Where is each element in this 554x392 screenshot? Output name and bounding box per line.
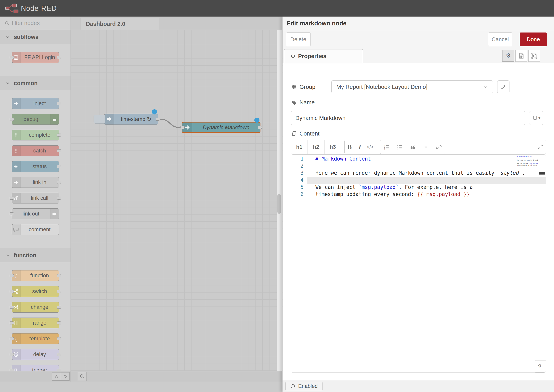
palette-node-delay[interactable]: delay [12,349,59,360]
horizontal-rule-button[interactable] [419,140,432,154]
input-port[interactable] [10,369,14,371]
canvas-scrollbar-thumb[interactable] [277,194,281,214]
palette-node-function[interactable]: ffunction [12,270,59,281]
palette-node-change[interactable]: change [12,302,59,313]
code-line[interactable]: 5We can inject `msg.payload`. For exampl… [291,184,546,191]
palette-collapse-all-button[interactable] [52,372,61,381]
delete-button[interactable]: Delete [286,33,310,46]
heading1-button[interactable]: h1 [291,140,308,154]
palette: filter nodes subflowsFF API Login common… [0,17,71,382]
palette-section-common[interactable]: common [0,76,70,90]
input-port[interactable] [10,290,14,293]
output-port[interactable] [57,196,61,200]
tab-properties[interactable]: ⚙ Properties [284,49,363,63]
flow-node-dynamic-markdown[interactable]: Dynamic Markdown [182,122,260,133]
input-port[interactable] [10,306,14,309]
input-port[interactable] [10,212,14,215]
palette-node-link-out[interactable]: link out [12,208,59,219]
canvas-search-button[interactable] [78,372,87,381]
workspace-tab-bar: Dashboard 2.0 [71,17,282,30]
svg-text:{: { [15,336,17,341]
palette-node-range[interactable]: range [12,318,59,328]
properties-icon-button[interactable]: ⚙ [502,50,514,62]
palette-node-complete[interactable]: complete [12,130,59,140]
inject-trigger-button[interactable] [94,115,105,124]
palette-node-link-call[interactable]: link call [12,193,59,203]
code-line[interactable]: 6timestamp updating every second: {{ msg… [291,191,546,198]
output-port[interactable] [57,306,61,309]
group-edit-button[interactable] [497,80,510,93]
description-icon-button[interactable] [515,50,527,62]
code-line[interactable]: 3Here we can render dynamic Markdown con… [291,170,546,177]
editor-help-button[interactable]: ? [534,360,546,372]
enabled-toggle-button[interactable]: Enabled [286,382,323,391]
code-line[interactable]: 2 [291,163,546,170]
input-port[interactable] [10,118,14,121]
node-changed-indicator [152,109,157,114]
output-port[interactable] [57,56,61,59]
appearance-icon-button[interactable] [528,50,540,62]
unordered-list-button[interactable] [393,140,406,154]
palette-section-subflows[interactable]: subflows [0,30,70,44]
palette-node-template[interactable]: {template [12,333,59,344]
group-select[interactable]: My Report [Notebook Layout Demo] [331,80,493,93]
workspace-tab-dashboard[interactable]: Dashboard 2.0 [81,18,159,30]
input-port[interactable] [10,274,14,277]
palette-node-status[interactable]: status [12,161,59,172]
blockquote-button[interactable] [406,140,419,154]
palette-expand-all-button[interactable] [61,372,70,381]
input-port[interactable] [10,56,14,59]
flow-node-timestamp-[interactable]: timestamp ↻ [104,114,158,125]
palette-node-switch[interactable]: switch [12,286,59,297]
output-port[interactable] [57,165,61,168]
expand-editor-button[interactable] [535,140,546,154]
name-type-button[interactable]: ▾ [529,111,543,125]
ordered-list-button[interactable]: 1 2 3 [380,140,393,154]
palette-node-FF-API-Login[interactable]: FF API Login [12,52,59,63]
output-port[interactable] [57,337,61,340]
cancel-button[interactable]: Cancel [488,33,512,46]
tab-properties-label: Properties [298,53,326,59]
palette-node-inject[interactable]: inject [12,98,59,109]
canvas-grid[interactable]: timestamp ↻Dynamic Markdown [71,30,282,371]
palette-node-trigger[interactable]: trigger [12,365,59,371]
input-port[interactable] [10,322,14,324]
flow-canvas[interactable]: Dashboard 2.0 timestamp ↻Dynamic Markdow… [71,17,282,382]
canvas-scrollbar[interactable] [277,30,282,371]
code-button[interactable]: </> [365,140,375,154]
palette-node-debug[interactable]: debug [12,114,59,125]
input-port[interactable] [10,337,14,340]
output-port[interactable] [57,353,61,356]
wire[interactable] [160,119,180,127]
output-port[interactable] [156,118,160,120]
done-button[interactable]: Done [520,33,547,46]
output-port[interactable] [57,149,61,152]
code-line[interactable]: 1# Markdown Content [291,156,546,163]
input-port[interactable] [10,353,14,356]
palette-node-comment[interactable]: comment [12,224,59,235]
name-input[interactable] [291,111,525,125]
bold-button[interactable]: B [344,140,355,154]
code-line[interactable]: 4 [291,177,546,184]
markdown-code-editor[interactable]: 1# Markdown Content23Here we can render … [291,154,546,373]
output-port[interactable] [57,133,61,137]
output-port[interactable] [57,274,61,277]
output-port[interactable] [57,102,61,105]
arrow-icon [105,114,114,125]
input-port[interactable] [10,196,14,200]
output-port[interactable] [57,322,61,324]
heading2-button[interactable]: h2 [308,140,324,154]
editor-minimap[interactable]: # Markdown Content Here we can render dy… [517,156,538,168]
palette-node-catch[interactable]: catch [12,145,59,156]
insert-link-button[interactable] [432,140,445,154]
input-port[interactable] [181,126,185,129]
output-port[interactable] [57,369,61,371]
palette-section-function[interactable]: function [0,248,70,262]
heading3-button[interactable]: h3 [324,140,341,154]
output-port[interactable] [57,181,61,184]
italic-button[interactable]: I [355,140,365,154]
output-port[interactable] [57,290,61,293]
output-port[interactable] [258,126,262,129]
palette-filter-input[interactable]: filter nodes [0,17,70,30]
palette-node-link-in[interactable]: link in [12,177,59,188]
